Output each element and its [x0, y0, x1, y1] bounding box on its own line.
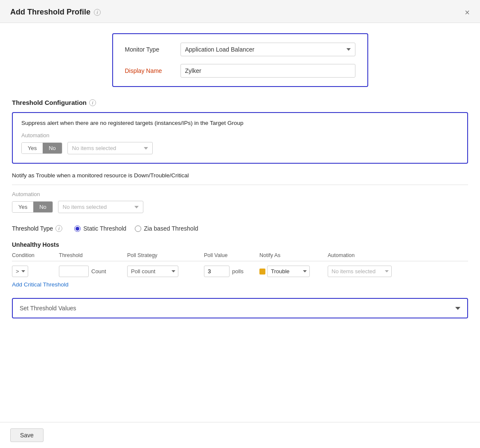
threshold-config-title: Threshold Configuration i	[12, 99, 468, 106]
notify-automation-row: Yes No No items selected	[12, 201, 468, 213]
table-header-row: Condition Threshold Poll Strategy Poll V…	[12, 252, 468, 261]
cell-condition: > < =	[12, 266, 59, 277]
zia-threshold-radio[interactable]	[135, 225, 141, 232]
display-name-label: Display Name	[125, 67, 180, 74]
col-poll-strategy: Poll Strategy	[127, 252, 204, 258]
notify-trouble-text: Notify as Trouble when a monitored resou…	[12, 172, 468, 179]
threshold-value-input[interactable]	[59, 266, 89, 277]
poll-strategy-select[interactable]: Poll count	[127, 266, 178, 277]
cell-threshold: Count	[59, 266, 127, 277]
close-button[interactable]: ×	[465, 8, 470, 17]
notify-divider	[12, 185, 468, 185]
col-threshold: Threshold	[59, 252, 127, 258]
cell-poll-value: polls	[204, 266, 259, 277]
set-threshold-select[interactable]: Set Threshold Values	[13, 299, 467, 318]
notify-no-button[interactable]: No	[33, 202, 52, 212]
unhealthy-hosts-section: Unhealthy Hosts Condition Threshold Poll…	[12, 241, 468, 288]
polls-label: polls	[232, 268, 244, 275]
notify-as-select[interactable]: Trouble Critical Down	[267, 266, 310, 277]
threshold-type-row: Threshold Type i Static Threshold Zia ba…	[12, 225, 468, 232]
cell-poll-strategy: Poll count	[127, 266, 204, 277]
display-name-input[interactable]	[180, 64, 355, 78]
monitor-type-select[interactable]: Application Load Balancer Classic Load B…	[180, 43, 355, 56]
count-label: Count	[91, 268, 106, 275]
trouble-color-dot	[259, 269, 265, 275]
notify-trouble-section: Notify as Trouble when a monitored resou…	[12, 172, 468, 213]
suppress-yes-no-group: Yes No	[21, 142, 62, 154]
suppress-no-button[interactable]: No	[43, 143, 62, 153]
threshold-type-radio-group: Static Threshold Zia based Threshold	[74, 225, 198, 232]
suppress-alert-box: Suppress alert when there are no registe…	[12, 112, 468, 164]
unhealthy-hosts-title: Unhealthy Hosts	[12, 241, 468, 248]
col-poll-value: Poll Value	[204, 252, 259, 258]
suppress-automation-select[interactable]: No items selected	[67, 142, 153, 154]
notify-yes-button[interactable]: Yes	[12, 202, 33, 212]
suppress-automation-row: Yes No No items selected	[21, 142, 459, 154]
condition-operator-select[interactable]: > < =	[12, 266, 28, 277]
suppress-automation-label: Automation	[21, 132, 459, 139]
modal-title: Add Threshold Profile i	[10, 8, 101, 17]
col-automation: Automation	[328, 252, 468, 258]
save-button[interactable]: Save	[10, 428, 44, 442]
notify-yes-no-group: Yes No	[12, 201, 53, 213]
title-text: Add Threshold Profile	[10, 8, 90, 17]
zia-threshold-label: Zia based Threshold	[144, 225, 198, 232]
zia-threshold-option[interactable]: Zia based Threshold	[135, 225, 198, 232]
modal-container: Add Threshold Profile i × Monitor Type A…	[0, 0, 480, 448]
add-critical-threshold-link[interactable]: Add Critical Threshold	[12, 281, 69, 288]
threshold-type-label: Threshold Type i	[12, 225, 62, 232]
cell-automation: No items selected	[328, 266, 468, 277]
modal-header: Add Threshold Profile i ×	[0, 0, 480, 23]
poll-value-input[interactable]	[204, 266, 230, 277]
table-row: > < = Count Poll count polls	[12, 266, 468, 277]
row-automation-select[interactable]: No items selected	[328, 266, 392, 277]
set-threshold-box: Set Threshold Values	[12, 298, 468, 318]
modal-body: Monitor Type Application Load Balancer C…	[0, 23, 480, 422]
display-name-row: Display Name	[125, 64, 355, 78]
suppress-yes-button[interactable]: Yes	[22, 143, 43, 153]
threshold-type-info-icon[interactable]: i	[55, 225, 62, 232]
title-info-icon[interactable]: i	[94, 9, 101, 16]
col-notify-as: Notify As	[259, 252, 328, 258]
monitor-config-box: Monitor Type Application Load Balancer C…	[112, 33, 368, 87]
monitor-type-row: Monitor Type Application Load Balancer C…	[125, 43, 355, 56]
suppress-alert-text: Suppress alert when there are no registe…	[21, 120, 459, 126]
cell-notify-as: Trouble Critical Down	[259, 266, 328, 277]
static-threshold-radio[interactable]	[74, 225, 81, 232]
col-condition: Condition	[12, 252, 59, 258]
notify-automation-select[interactable]: No items selected	[58, 201, 143, 213]
static-threshold-label: Static Threshold	[83, 225, 126, 232]
notify-automation-label: Automation	[12, 191, 468, 197]
monitor-type-label: Monitor Type	[125, 46, 180, 53]
static-threshold-option[interactable]: Static Threshold	[74, 225, 126, 232]
threshold-config-info-icon[interactable]: i	[89, 99, 96, 106]
modal-footer: Save	[0, 422, 480, 448]
